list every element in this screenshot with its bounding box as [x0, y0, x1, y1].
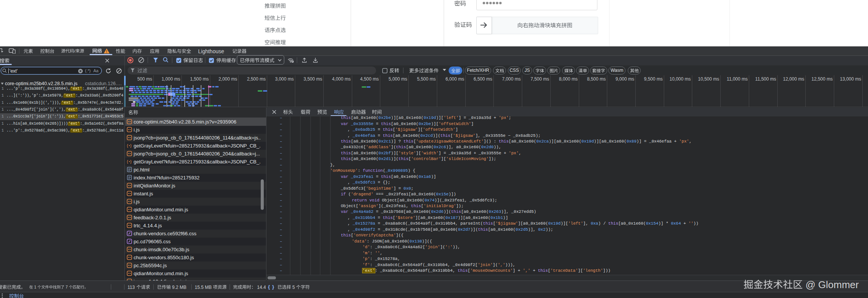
svg-text:Glommer: Glommer: [818, 279, 859, 290]
svg-text:9.2: 9.2: [172, 285, 178, 290]
svg-text:7: 7: [66, 285, 68, 289]
svg-text:MB: MB: [180, 285, 186, 290]
svg-text:@: @: [805, 279, 815, 290]
svg-text:5: 5: [292, 285, 295, 290]
svg-text:}: }: [130, 143, 132, 148]
svg-text:{: {: [127, 159, 128, 164]
svg-text:15.5: 15.5: [195, 285, 204, 290]
svg-text:MB: MB: [205, 285, 212, 290]
svg-text:}: }: [130, 159, 132, 164]
svg-text:/: /: [74, 49, 76, 53]
svg-text:1: 1: [34, 285, 36, 289]
svg-text:{: {: [127, 143, 128, 148]
svg-text:113: 113: [128, 285, 135, 290]
